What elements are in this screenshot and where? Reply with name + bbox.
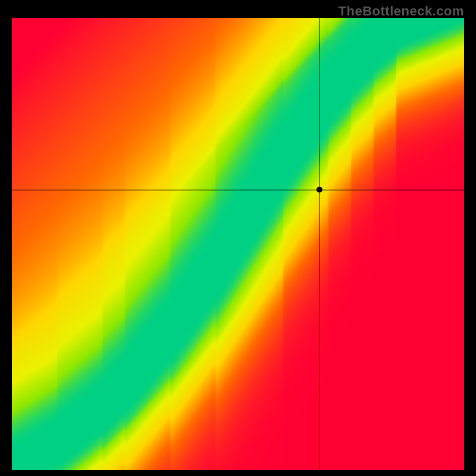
heatmap-plot: [12, 18, 464, 470]
heatmap-canvas: [12, 18, 464, 470]
watermark-text: TheBottleneck.com: [339, 4, 464, 19]
chart-frame: TheBottleneck.com: [0, 0, 476, 476]
